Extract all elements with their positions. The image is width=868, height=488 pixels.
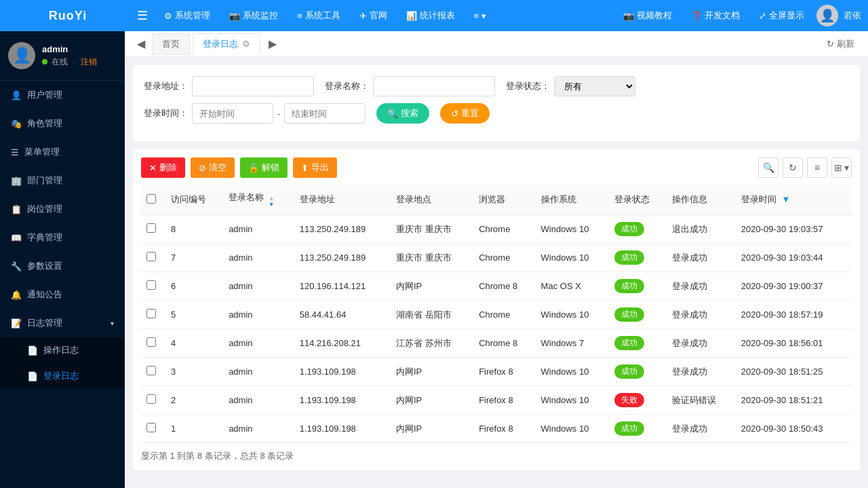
row-checkbox[interactable] <box>146 223 156 233</box>
sidebar-label: 用户管理 <box>27 89 62 101</box>
nav-item-more[interactable]: ≡ ▾ <box>466 7 495 25</box>
sidebar-menu: 👤 用户管理 🎭 角色管理 ☰ 菜单管理 🏢 部门管理 📋 岗位管理 📖 <box>0 81 125 488</box>
row-checkbox[interactable] <box>146 280 156 290</box>
tab-home[interactable]: 首页 <box>152 33 190 55</box>
select-all-checkbox[interactable] <box>146 194 156 204</box>
table-refresh-icon-button[interactable]: ↻ <box>783 157 803 178</box>
dict-icon: 📖 <box>11 233 22 243</box>
table-toolbar: ✕ 删除 ⊘ 清空 🔓 解锁 ⬆ 导出 <box>141 157 852 178</box>
table-search-icon-button[interactable]: 🔍 <box>758 157 778 178</box>
sidebar-item-role-management[interactable]: 🎭 角色管理 <box>0 109 125 138</box>
row-checkbox[interactable] <box>146 309 156 318</box>
status-badge: 成功 <box>614 307 644 322</box>
row-checkbox-cell <box>141 301 165 329</box>
reset-icon: ↺ <box>451 109 458 119</box>
logout-button[interactable]: 注销 <box>81 56 97 68</box>
refresh-button[interactable]: ↻ 刷新 <box>820 35 861 53</box>
table-settings-icon-button[interactable]: ⊞ ▾ <box>831 157 852 178</box>
nav-item-sys-monitor[interactable]: 📷 系统监控 <box>221 5 286 26</box>
row-os: Windows 7 <box>536 329 610 358</box>
sidebar-avatar: 👤 <box>8 42 35 69</box>
row-checkbox-cell <box>141 244 165 272</box>
nav-video-tutorial[interactable]: 📷 视频教程 <box>616 5 679 26</box>
sidebar-item-log-management[interactable]: 📝 日志管理 ▾ <box>0 309 125 337</box>
table-row: 5 admin 58.44.41.64 湖南省 岳阳市 Chrome Windo… <box>141 301 852 329</box>
row-location: 内网IP <box>391 358 473 386</box>
refresh-icon: ↻ <box>827 39 834 49</box>
op-log-label: 操作日志 <box>43 344 79 356</box>
nav-item-stats[interactable]: 📊 统计报表 <box>398 5 463 26</box>
export-button[interactable]: ⬆ 导出 <box>293 157 337 178</box>
search-button[interactable]: 🔍 搜索 <box>376 103 429 124</box>
row-location: 重庆市 重庆市 <box>391 244 473 272</box>
row-id: 6 <box>165 272 223 301</box>
login-address-input[interactable] <box>192 76 314 96</box>
clear-button[interactable]: ⊘ 清空 <box>191 157 235 178</box>
chevron-down-icon: ▾ <box>111 320 114 327</box>
row-status: 成功 <box>609 244 667 272</box>
row-status: 成功 <box>609 301 667 329</box>
monitor-icon: 📷 <box>229 11 240 21</box>
chart-icon: 📊 <box>406 11 417 21</box>
nav-dev-doc[interactable]: ❓ 开发文档 <box>684 5 747 26</box>
status-badge: 成功 <box>614 250 644 265</box>
unlock-button[interactable]: 🔓 解锁 <box>240 157 288 178</box>
login-time-end-input[interactable] <box>284 103 366 124</box>
status-badge: 成功 <box>614 279 644 293</box>
sort-icon[interactable]: ▲ ▼ <box>269 195 275 208</box>
row-status: 失败 <box>609 386 667 415</box>
clear-icon: ⊘ <box>199 163 206 173</box>
tab-prev-button[interactable]: ◀ <box>132 35 151 53</box>
main-layout: 👤 admin 在线 · 注销 👤 用户管理 🎭 角色管理 <box>0 31 868 488</box>
page-content: 登录地址： 登录名称： 登录状态： 所有 成功 失败 <box>125 57 868 488</box>
dept-icon: 🏢 <box>11 176 22 186</box>
sidebar-item-op-log[interactable]: 📄 操作日志 <box>0 337 125 363</box>
tab-login-log[interactable]: 登录日志 ⚙ <box>193 33 260 55</box>
row-time: 2020-09-30 19:00:37 <box>736 272 852 301</box>
nav-fullscreen[interactable]: ⤢ 全屏显示 <box>752 5 811 26</box>
login-log-icon: 📄 <box>27 371 38 381</box>
tools-icon: ≡ <box>297 11 302 21</box>
tab-next-button[interactable]: ▶ <box>263 35 282 53</box>
row-checkbox-cell <box>141 329 165 358</box>
row-name: admin <box>223 386 294 415</box>
sidebar-item-dept-management[interactable]: 🏢 部门管理 <box>0 166 125 195</box>
status-badge: 成功 <box>614 336 644 350</box>
sidebar-item-dict-management[interactable]: 📖 字典管理 <box>0 223 125 252</box>
row-os: Windows 10 <box>536 415 610 443</box>
reset-button[interactable]: ↺ 重置 <box>440 103 490 124</box>
table-header-row: 访问编号 登录名称 ▲ ▼ 登录地址 登录地点 浏览器 <box>141 185 852 215</box>
row-checkbox[interactable] <box>146 394 156 404</box>
sidebar-label: 菜单管理 <box>24 146 60 158</box>
row-location: 湖南省 岳阳市 <box>391 301 473 329</box>
nav-item-official[interactable]: ✈ 官网 <box>351 5 395 26</box>
nav-item-sys-manage[interactable]: ⚙ 系统管理 <box>156 5 218 26</box>
delete-icon: ✕ <box>149 163 157 173</box>
login-status-select[interactable]: 所有 成功 失败 <box>554 76 635 96</box>
nav-items: ⚙ 系统管理 📷 系统监控 ≡ 系统工具 ✈ 官网 📊 统计报表 ≡ ▾ <box>156 5 616 26</box>
nav-toggle-button[interactable]: ☰ <box>129 8 156 23</box>
row-checkbox[interactable] <box>146 423 156 432</box>
sidebar-item-notice[interactable]: 🔔 通知公告 <box>0 280 125 309</box>
user-name[interactable]: 若依 <box>844 10 861 22</box>
sidebar-item-login-log[interactable]: 📄 登录日志 <box>0 363 125 389</box>
table-column-icon-button[interactable]: ≡ <box>807 157 827 178</box>
row-id: 5 <box>165 301 223 329</box>
sort-down-icon[interactable]: ▼ <box>781 194 790 204</box>
question-icon: ❓ <box>691 11 702 21</box>
row-checkbox[interactable] <box>146 252 156 261</box>
sidebar-item-post-management[interactable]: 📋 岗位管理 <box>0 195 125 223</box>
sidebar-item-menu-management[interactable]: ☰ 菜单管理 <box>0 138 125 166</box>
row-checkbox[interactable] <box>146 337 156 347</box>
delete-button[interactable]: ✕ 删除 <box>141 157 185 178</box>
nav-item-sys-tools[interactable]: ≡ 系统工具 <box>289 5 349 26</box>
header-login-time: 登录时间 ▼ <box>736 185 852 215</box>
sidebar-item-param-setting[interactable]: 🔧 参数设置 <box>0 252 125 280</box>
sidebar: 👤 admin 在线 · 注销 👤 用户管理 🎭 角色管理 <box>0 31 125 488</box>
login-name-input[interactable] <box>373 76 495 96</box>
content-area: ◀ 首页 登录日志 ⚙ ▶ ↻ 刷新 <box>125 31 868 488</box>
sidebar-item-user-management[interactable]: 👤 用户管理 <box>0 81 125 109</box>
login-time-start-input[interactable] <box>192 103 273 124</box>
row-checkbox[interactable] <box>146 366 156 375</box>
row-time: 2020-09-30 18:56:01 <box>736 329 852 358</box>
